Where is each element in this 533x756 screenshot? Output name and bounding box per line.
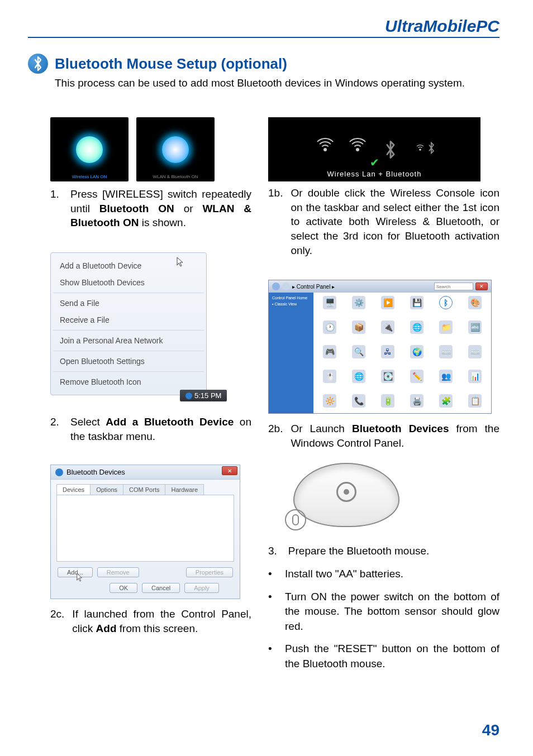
- cp-item[interactable]: 🔋: [375, 394, 401, 414]
- page-number: 49: [482, 721, 499, 739]
- cp-item[interactable]: 🌍: [404, 345, 430, 367]
- close-button[interactable]: ✕: [222, 466, 237, 475]
- cp-item[interactable]: 📋: [462, 394, 488, 414]
- apply-button[interactable]: Apply: [184, 583, 219, 593]
- dialog-title: Bluetooth Devices: [66, 468, 125, 476]
- control-panel-grid: 🖥️ ⚙️ ▶️ 💾 ᛒ 🎨 🕐 📦 🔌 🌐 📁 🔤 🎮 🔍: [313, 293, 491, 413]
- wifi-icon: [314, 138, 336, 161]
- cp-item[interactable]: 🔤: [462, 320, 488, 343]
- bullet-item: • Turn ON the power switch on the bottom…: [268, 590, 499, 634]
- tab-devices[interactable]: Devices: [56, 484, 91, 495]
- cp-item[interactable]: 🖧: [375, 345, 401, 367]
- cp-item[interactable]: 🖨️: [404, 394, 430, 414]
- cp-item[interactable]: 🖱️: [317, 370, 342, 392]
- back-button[interactable]: [272, 283, 280, 290]
- menu-item-remove-icon[interactable]: Remove Bluetooth Icon: [51, 374, 206, 390]
- cp-item[interactable]: 🖥️: [317, 296, 342, 318]
- thumb-caption: WLAN & Bluetooth ON: [136, 174, 215, 179]
- section-intro: This process can be used to add most Blu…: [55, 77, 499, 89]
- step-number: 3.: [268, 544, 277, 559]
- text: from this screen.: [117, 623, 198, 634]
- sidebar-link[interactable]: Control Panel Home: [272, 296, 310, 300]
- section-title: Bluetooth Mouse Setup (optional): [55, 55, 287, 73]
- cp-item[interactable]: 📞: [346, 394, 372, 414]
- thumb-caption: Wireless LAN ON: [50, 174, 129, 179]
- wireless-console-bar: ✔ Wireless Lan + Bluetooth: [268, 117, 480, 181]
- menu-item-show-devices[interactable]: Show Bluetooth Devices: [51, 274, 206, 291]
- cp-item[interactable]: 🔆: [317, 394, 342, 414]
- tab-hardware[interactable]: Hardware: [165, 484, 204, 495]
- step-number: 1.: [50, 187, 63, 230]
- cursor-icon: [176, 256, 185, 267]
- cp-item[interactable]: ⌨️: [433, 345, 459, 367]
- cp-item[interactable]: 🎨: [462, 296, 488, 318]
- menu-item-join-pan[interactable]: Join a Personal Area Network: [51, 332, 206, 349]
- cp-item[interactable]: ✏️: [404, 370, 430, 392]
- dialog-tabs: Devices Options COM Ports Hardware: [51, 480, 240, 495]
- bluetooth-icon: [28, 54, 48, 74]
- cp-item[interactable]: 📦: [346, 320, 372, 343]
- step-number: 2b.: [268, 422, 283, 450]
- tab-options[interactable]: Options: [90, 484, 123, 495]
- cp-item[interactable]: ⚙️: [346, 296, 372, 318]
- step-number: 2.: [50, 415, 63, 443]
- menu-item-open-settings[interactable]: Open Bluetooth Settings: [51, 353, 206, 370]
- step-3: 3. Prepare the Bluetooth mouse.: [268, 544, 499, 559]
- menu-item-send-file[interactable]: Send a File: [51, 295, 206, 312]
- step-2c: 2c. If launched from the Control Panel, …: [50, 607, 251, 635]
- bluetooth-context-menu: Add a Bluetooth Device Show Bluetooth De…: [50, 252, 207, 395]
- cp-item[interactable]: 🕐: [317, 320, 342, 343]
- text: Or double click the Wireless Console ico…: [291, 186, 499, 257]
- bullet-item: • Install two "AA" batteries.: [268, 567, 499, 582]
- add-button[interactable]: Add...: [58, 567, 93, 577]
- menu-item-receive-file[interactable]: Receive a File: [51, 312, 206, 328]
- text: Push the "RESET" button on the bottom of…: [285, 642, 499, 671]
- step-2b: 2b. Or Launch Bluetooth Devices from the…: [268, 422, 499, 450]
- bluetooth-devices-dialog: Bluetooth Devices ✕ Devices Options COM …: [50, 465, 240, 599]
- close-button[interactable]: ✕: [475, 283, 488, 290]
- bluetooth-tray-icon: [185, 393, 192, 399]
- cp-item[interactable]: 👥: [433, 370, 459, 392]
- cp-item[interactable]: 🎮: [317, 345, 342, 367]
- wifi-icon: [346, 138, 369, 161]
- text-bold: Add a Bluetooth Device: [106, 416, 234, 428]
- text: or: [174, 203, 203, 214]
- cp-item[interactable]: 🧩: [433, 394, 459, 414]
- wireless-bar-caption: Wireless Lan + Bluetooth: [268, 170, 480, 178]
- sidebar-link[interactable]: • Classic View: [272, 302, 310, 306]
- cp-item[interactable]: 🔌: [375, 320, 401, 343]
- cp-item[interactable]: ⌨️: [462, 345, 488, 367]
- text: is shown.: [139, 217, 185, 228]
- taskbar-clock: 5:15 PM: [180, 390, 227, 401]
- search-input[interactable]: [434, 283, 473, 290]
- cp-item[interactable]: 🌐: [404, 320, 430, 343]
- cp-item[interactable]: 📁: [433, 320, 459, 343]
- cp-item[interactable]: 💾: [404, 296, 430, 318]
- text-bold: Bluetooth ON: [99, 203, 174, 214]
- bullet-icon: •: [268, 567, 274, 582]
- text: Or Launch: [291, 423, 352, 434]
- properties-button[interactable]: Properties: [186, 567, 233, 577]
- ok-button[interactable]: OK: [110, 583, 137, 593]
- cancel-button[interactable]: Cancel: [142, 583, 180, 593]
- page-header-title: UltraMobilePC: [28, 17, 499, 36]
- cp-item[interactable]: 📊: [462, 370, 488, 392]
- thumb-wlan-bt-on: WLAN & Bluetooth ON: [136, 117, 215, 181]
- forward-button[interactable]: [282, 283, 290, 290]
- bullet-icon: •: [268, 590, 274, 634]
- text: Turn ON the power switch on the bottom o…: [285, 590, 499, 634]
- text: Install two "AA" batteries.: [285, 567, 403, 582]
- cp-item-bluetooth[interactable]: ᛒ: [433, 296, 459, 318]
- dialog-device-list: [56, 495, 234, 562]
- cp-item[interactable]: 🌐: [346, 370, 372, 392]
- cp-item[interactable]: ▶️: [375, 296, 401, 318]
- remove-button[interactable]: Remove: [97, 567, 139, 577]
- cp-item[interactable]: 🔍: [346, 345, 372, 367]
- text: Prepare the Bluetooth mouse.: [288, 544, 429, 559]
- header-divider: [28, 37, 499, 38]
- cp-item[interactable]: 💽: [375, 370, 401, 392]
- tab-com-ports[interactable]: COM Ports: [123, 484, 165, 495]
- breadcrumb: ▸ Control Panel ▸: [292, 284, 335, 290]
- control-panel-window: ▸ Control Panel ▸ ✕ Control Panel Home •…: [268, 280, 492, 414]
- step-2: 2. Select Add a Bluetooth Device on the …: [50, 415, 251, 443]
